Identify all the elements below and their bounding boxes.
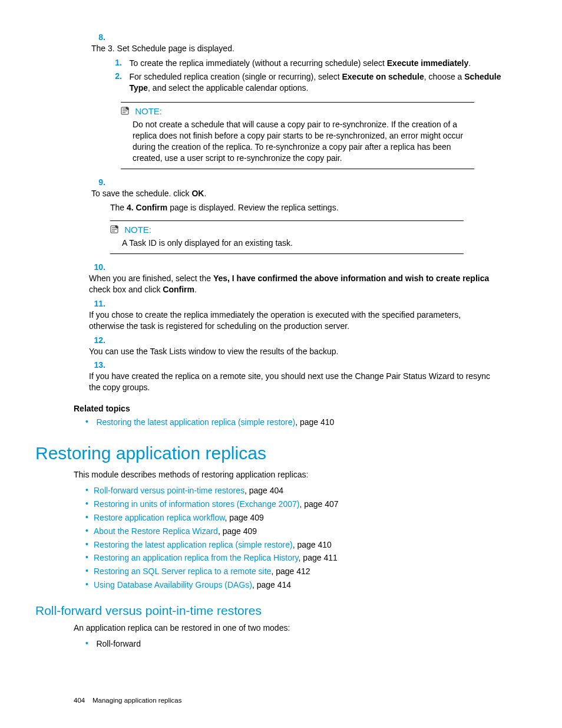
section-intro: This module describes methods of restori… [74,469,509,480]
toc-link[interactable]: Using Database Availability Groups (DAGs… [94,580,252,589]
step-8: 8. The 3. Set Schedule page is displayed… [91,32,509,169]
list-item: •About the Restore Replica Wizard, page … [85,526,509,537]
bullet-icon: • [85,552,94,562]
list-item: • Roll-forward [85,638,509,650]
step-12: 12. You can use the Task Lists window to… [89,335,509,357]
substep-2: 2. For scheduled replica creation (singl… [110,71,509,94]
step-text: When you are finished, select the Yes, I… [89,273,495,295]
subsection-heading: Roll-forward versus point-in-time restor… [35,604,509,618]
note-icon [110,225,120,235]
page-number: 404 [74,697,85,704]
note-body: Do not create a schedule that will cause… [133,119,474,164]
page-footer: 404 Managing application replicas [74,697,509,704]
step-9-para: The 4. Confirm page is displayed. Review… [110,203,499,212]
list-item: •Restoring an SQL Server replica to a re… [85,566,509,577]
substep-number: 2. [110,71,127,81]
list-item: •Restoring in units of information store… [85,499,509,510]
step-9: 9. To save the schedule. click OK. The 4… [91,177,509,254]
list-item: • Restoring the latest application repli… [85,417,509,428]
step-text: You can use the Task Lists window to vie… [89,346,495,357]
list-item: •Restoring the latest application replic… [85,539,509,551]
bullet-icon: • [85,512,94,522]
modes-list: • Roll-forward [85,638,509,650]
bullet-icon: • [85,417,94,426]
toc-link[interactable]: Restoring an SQL Server replica to a rem… [94,566,271,576]
note-box: NOTE: A Task ID is only displayed for an… [110,220,464,254]
list-item: •Restore application replica workflow, p… [85,512,509,523]
toc-link[interactable]: Restoring in units of information stores… [94,499,299,509]
toc-link[interactable]: Roll-forward versus point-in-time restor… [94,486,244,495]
step-number: 12. [89,335,109,345]
bullet-icon: • [85,499,94,508]
bullet-icon: • [85,539,94,549]
step-text: The 3. Set Schedule page is displayed. [91,43,504,54]
note-label: NOTE: [135,106,162,116]
footer-title: Managing application replicas [92,697,182,704]
bullet-icon: • [85,579,94,589]
note-icon [121,107,130,117]
step-number: 13. [89,360,109,370]
bullet-icon: • [85,638,94,648]
related-topics-list: • Restoring the latest application repli… [85,417,509,428]
page: 8. The 3. Set Schedule page is displayed… [0,0,562,728]
substep-number: 1. [110,58,127,67]
substep-text: To create the replica immediately (witho… [129,58,506,69]
list-item: •Restoring an application replica from t… [85,552,509,564]
step-text: To save the schedule. click OK. [91,188,504,199]
note-box: NOTE: Do not create a schedule that will… [121,102,474,169]
note-body: A Task ID is only displayed for an exist… [122,238,464,249]
substep-1: 1. To create the replica immediately (wi… [110,58,509,69]
step-13: 13. If you have created the replica on a… [89,360,509,393]
step-text: If you have created the replica on a rem… [89,371,495,393]
step-number: 9. [91,177,110,187]
step-number: 8. [91,32,110,42]
step-number: 11. [89,299,109,308]
note-label: NOTE: [124,225,151,235]
step-10: 10. When you are finished, select the Ye… [89,262,509,295]
bullet-icon: • [85,566,94,575]
related-link[interactable]: Restoring the latest application replica… [96,417,295,427]
list-item: •Roll-forward versus point-in-time resto… [85,485,509,496]
toc-list: •Roll-forward versus point-in-time resto… [85,485,509,591]
related-topics-heading: Related topics [74,404,509,413]
toc-link[interactable]: About the Restore Replica Wizard [94,526,218,536]
step-11: 11. If you chose to create the replica i… [89,299,509,332]
step-text: If you chose to create the replica immed… [89,309,495,332]
toc-link[interactable]: Restore application replica workflow [94,513,225,522]
bullet-icon: • [85,526,94,535]
bullet-icon: • [85,485,94,495]
substep-text: For scheduled replica creation (single o… [129,71,506,94]
step-number: 10. [89,262,109,272]
subsection-intro: An application replica can be restored i… [74,622,509,634]
list-item: •Using Database Availability Groups (DAG… [85,579,509,591]
toc-link[interactable]: Restoring an application replica from th… [94,553,299,562]
note-heading: NOTE: [110,225,464,236]
section-heading: Restoring application replicas [35,443,509,463]
note-heading: NOTE: [121,106,474,117]
mode-text: Roll-forward [96,638,485,650]
toc-link[interactable]: Restoring the latest application replica… [94,540,293,549]
